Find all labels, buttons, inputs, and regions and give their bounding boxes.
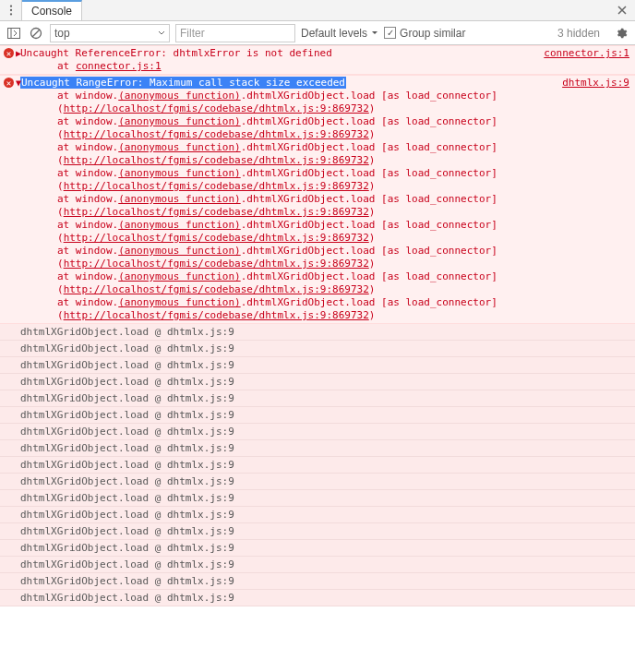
source-link[interactable]: dhtmlx.js:9 (167, 409, 234, 421)
stack-frame: at window.(anonymous function).dhtmlXGri… (20, 270, 629, 296)
anon-fn-link[interactable]: (anonymous function) (118, 296, 240, 308)
stack-summary-row: dhtmlXGridObject.load @ dhtmlx.js:9 (0, 424, 635, 440)
clear-console-button[interactable] (28, 25, 44, 42)
filter-input[interactable]: Filter (175, 24, 295, 42)
error-icon: ✕ (4, 48, 14, 58)
source-link[interactable]: dhtmlx.js:9 (167, 359, 234, 371)
source-link[interactable]: dhtmlx.js:9 (167, 376, 234, 388)
source-link[interactable]: dhtmlx.js:9 (167, 525, 234, 537)
collapse-caret[interactable] (16, 77, 21, 90)
stack-summary-row: dhtmlXGridObject.load @ dhtmlx.js:9 (0, 507, 635, 523)
expand-caret[interactable] (16, 47, 21, 60)
stack-summary-row: dhtmlXGridObject.load @ dhtmlx.js:9 (0, 523, 635, 540)
stack-frame: at window.(anonymous function).dhtmlXGri… (20, 115, 629, 141)
stack-frame: at window.(anonymous function).dhtmlXGri… (20, 296, 629, 322)
sidebar-icon (7, 28, 20, 39)
filter-placeholder: Filter (180, 27, 205, 40)
context-selector[interactable]: top (50, 24, 170, 42)
stack-summary-row: dhtmlXGridObject.load @ dhtmlx.js:9 (0, 573, 635, 590)
stack-summary-row: dhtmlXGridObject.load @ dhtmlx.js:9 (0, 390, 635, 407)
anon-fn-link[interactable]: (anonymous function) (118, 245, 240, 257)
stack-url-link[interactable]: http://localhost/fgmis/codebase/dhtmlx.j… (64, 258, 369, 270)
error-text-selected: Uncaught RangeError: Maximum call stack … (20, 77, 346, 89)
source-link[interactable]: connector.js:1 (544, 47, 629, 60)
console-settings-button[interactable] (613, 25, 629, 42)
log-level-label: Default levels (301, 27, 367, 40)
stack-frame: at window.(anonymous function).dhtmlXGri… (20, 219, 629, 245)
error-icon: ✕ (4, 78, 14, 88)
anon-fn-link[interactable]: (anonymous function) (118, 219, 240, 231)
stack-summary-row: dhtmlXGridObject.load @ dhtmlx.js:9 (0, 440, 635, 457)
close-icon (617, 5, 628, 16)
svg-rect-3 (8, 28, 20, 38)
source-link[interactable]: dhtmlx.js:9 (167, 442, 234, 454)
stack-frame: at window.(anonymous function).dhtmlXGri… (20, 141, 629, 167)
stack-url-link[interactable]: http://localhost/fgmis/codebase/dhtmlx.j… (64, 102, 369, 114)
log-level-selector[interactable]: Default levels (301, 24, 378, 42)
stack-summary-row: dhtmlXGridObject.load @ dhtmlx.js:9 (0, 490, 635, 507)
stack-url-link[interactable]: http://localhost/fgmis/codebase/dhtmlx.j… (64, 309, 369, 321)
tab-console-label: Console (31, 5, 72, 18)
source-link[interactable]: dhtmlx.js:9 (167, 558, 234, 570)
anon-fn-link[interactable]: (anonymous function) (118, 270, 240, 282)
source-link[interactable]: dhtmlx.js:9 (167, 592, 234, 604)
stack-summary-row: dhtmlXGridObject.load @ dhtmlx.js:9 (0, 590, 635, 606)
stack-url-link[interactable]: http://localhost/fgmis/codebase/dhtmlx.j… (64, 128, 369, 140)
error-message[interactable]: ✕ connector.js:1 Uncaught ReferenceError… (0, 45, 635, 75)
stack-summary-row: dhtmlXGridObject.load @ dhtmlx.js:9 (0, 357, 635, 374)
chevron-down-icon (158, 30, 165, 37)
source-link[interactable]: dhtmlx.js:9 (167, 575, 234, 587)
anon-fn-link[interactable]: (anonymous function) (118, 90, 240, 102)
anon-fn-link[interactable]: (anonymous function) (118, 193, 240, 205)
source-link[interactable]: dhtmlx.js:9 (167, 475, 234, 487)
stack-frame: at connector.js:1 (20, 60, 629, 73)
devtools-close-button[interactable] (609, 0, 635, 20)
svg-point-1 (9, 9, 11, 11)
stack-link[interactable]: connector.js:1 (76, 60, 162, 72)
context-value: top (54, 27, 70, 40)
stack-url-link[interactable]: http://localhost/fgmis/codebase/dhtmlx.j… (64, 283, 369, 295)
source-link[interactable]: dhtmlx.js:9 (167, 392, 234, 404)
stack-summary-row: dhtmlXGridObject.load @ dhtmlx.js:9 (0, 341, 635, 357)
stack-summary-row: dhtmlXGridObject.load @ dhtmlx.js:9 (0, 324, 635, 341)
source-link[interactable]: dhtmlx.js:9 (167, 542, 234, 554)
hidden-messages-count[interactable]: 3 hidden (557, 27, 600, 40)
anon-fn-link[interactable]: (anonymous function) (118, 141, 240, 153)
more-tabs-button[interactable] (0, 0, 22, 20)
stack-summary-row: dhtmlXGridObject.load @ dhtmlx.js:9 (0, 374, 635, 390)
stack-summary-row: dhtmlXGridObject.load @ dhtmlx.js:9 (0, 540, 635, 557)
stack-url-link[interactable]: http://localhost/fgmis/codebase/dhtmlx.j… (64, 154, 369, 166)
source-link[interactable]: dhtmlx.js:9 (167, 342, 234, 354)
stack-frame: at window.(anonymous function).dhtmlXGri… (20, 90, 629, 115)
stack-url-link[interactable]: http://localhost/fgmis/codebase/dhtmlx.j… (64, 180, 369, 192)
anon-fn-link[interactable]: (anonymous function) (118, 167, 240, 179)
svg-point-0 (9, 5, 11, 6)
error-message[interactable]: ✕ dhtmlx.js:9 Uncaught RangeError: Maxim… (0, 75, 635, 324)
tab-console[interactable]: Console (22, 0, 82, 20)
stack-summary-row: dhtmlXGridObject.load @ dhtmlx.js:9 (0, 407, 635, 424)
stack-url-link[interactable]: http://localhost/fgmis/codebase/dhtmlx.j… (64, 206, 369, 218)
chevron-down-icon (371, 30, 378, 37)
stack-url-link[interactable]: http://localhost/fgmis/codebase/dhtmlx.j… (64, 232, 369, 244)
source-link[interactable]: dhtmlx.js:9 (167, 326, 234, 338)
stack-summary-row: dhtmlXGridObject.load @ dhtmlx.js:9 (0, 557, 635, 573)
group-similar-checkbox[interactable]: Group similar (384, 27, 465, 40)
stack-frame: at window.(anonymous function).dhtmlXGri… (20, 193, 629, 219)
console-toolbar: top Filter Default levels Group similar … (0, 21, 635, 45)
group-similar-label: Group similar (400, 27, 465, 40)
source-link[interactable]: dhtmlx.js:9 (167, 426, 234, 438)
kebab-icon (5, 4, 18, 17)
stack-frame: at window.(anonymous function).dhtmlXGri… (20, 167, 629, 193)
source-link[interactable]: dhtmlx.js:9 (167, 492, 234, 504)
toggle-sidebar-button[interactable] (6, 25, 22, 42)
source-link[interactable]: dhtmlx.js:9 (167, 509, 234, 521)
clear-icon (30, 27, 42, 40)
anon-fn-link[interactable]: (anonymous function) (118, 115, 240, 127)
console-messages[interactable]: ✕ connector.js:1 Uncaught ReferenceError… (0, 45, 635, 672)
source-link[interactable]: dhtmlx.js:9 (167, 459, 234, 471)
svg-point-2 (9, 13, 11, 15)
gear-icon (615, 27, 628, 40)
svg-line-6 (32, 30, 40, 37)
checkbox-icon (384, 27, 396, 39)
source-link[interactable]: dhtmlx.js:9 (562, 77, 629, 90)
